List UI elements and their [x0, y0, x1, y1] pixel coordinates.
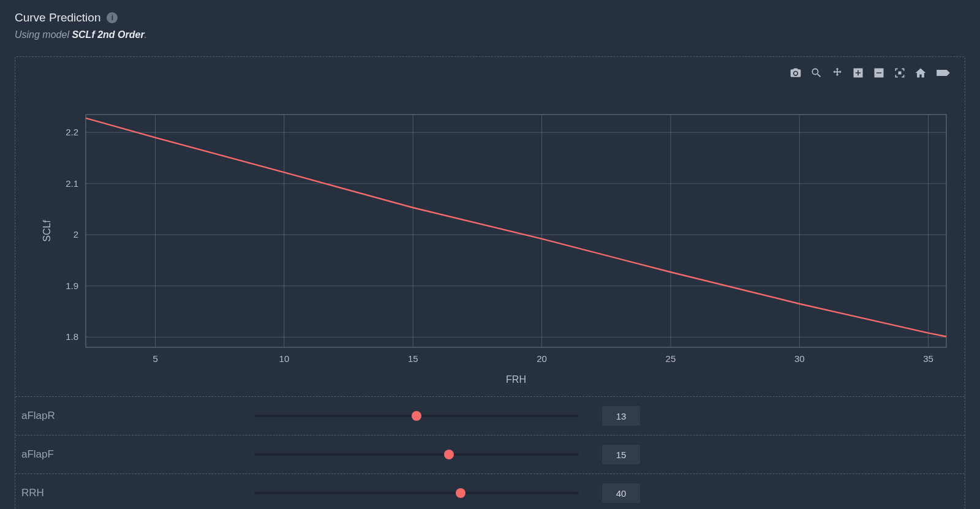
- subtitle-suffix: .: [145, 29, 147, 40]
- slider-label: aFlapR: [15, 410, 254, 422]
- zoom-out-icon[interactable]: [873, 67, 885, 79]
- slider-value-RRH[interactable]: 40: [602, 483, 640, 503]
- home-icon[interactable]: [914, 67, 927, 79]
- chart-area[interactable]: 51015202530351.81.922.12.2FRHSCLf: [15, 78, 965, 396]
- subtitle-prefix: Using model: [15, 29, 72, 40]
- model-name: SCLf 2nd Order: [72, 29, 144, 40]
- slider-row-aFlapF: aFlapF15: [15, 435, 965, 473]
- chart-toolbar: [790, 67, 951, 79]
- slider-value-aFlapR[interactable]: 13: [602, 406, 640, 426]
- sliders-container: aFlapR13aFlapF15RRH40: [15, 396, 965, 509]
- svg-rect-0: [86, 115, 946, 347]
- svg-text:2: 2: [74, 229, 78, 239]
- slider-value-aFlapF[interactable]: 15: [602, 445, 640, 464]
- slider-label: aFlapF: [15, 448, 254, 461]
- svg-text:FRH: FRH: [506, 374, 526, 385]
- svg-text:2.1: 2.1: [66, 178, 78, 189]
- tag-icon[interactable]: [935, 67, 951, 79]
- svg-text:30: 30: [794, 353, 805, 364]
- chart-panel: 51015202530351.81.922.12.2FRHSCLf aFlapR…: [15, 56, 965, 509]
- svg-text:5: 5: [153, 353, 157, 364]
- slider-row-aFlapR: aFlapR13: [15, 397, 965, 435]
- svg-text:35: 35: [923, 353, 933, 364]
- svg-text:20: 20: [537, 353, 547, 364]
- svg-text:10: 10: [279, 353, 290, 364]
- svg-text:SCLf: SCLf: [42, 220, 52, 242]
- slider-aFlapR[interactable]: [254, 410, 579, 422]
- slider-row-RRH: RRH40: [15, 473, 965, 509]
- pan-icon[interactable]: [831, 67, 843, 79]
- svg-text:1.8: 1.8: [66, 331, 78, 342]
- svg-text:2.2: 2.2: [66, 127, 78, 137]
- info-icon[interactable]: i: [107, 12, 118, 23]
- svg-text:15: 15: [408, 353, 418, 364]
- zoom-in-icon[interactable]: [852, 67, 864, 79]
- svg-text:1.9: 1.9: [66, 281, 78, 291]
- slider-label: RRH: [15, 487, 254, 499]
- autoscale-icon[interactable]: [894, 67, 906, 79]
- page-title: Curve Prediction: [15, 11, 100, 25]
- camera-icon[interactable]: [790, 67, 802, 79]
- subtitle: Using model SCLf 2nd Order.: [15, 29, 965, 40]
- slider-aFlapF[interactable]: [254, 448, 579, 461]
- svg-text:25: 25: [666, 353, 676, 364]
- slider-RRH[interactable]: [254, 487, 579, 499]
- zoom-icon[interactable]: [810, 67, 823, 79]
